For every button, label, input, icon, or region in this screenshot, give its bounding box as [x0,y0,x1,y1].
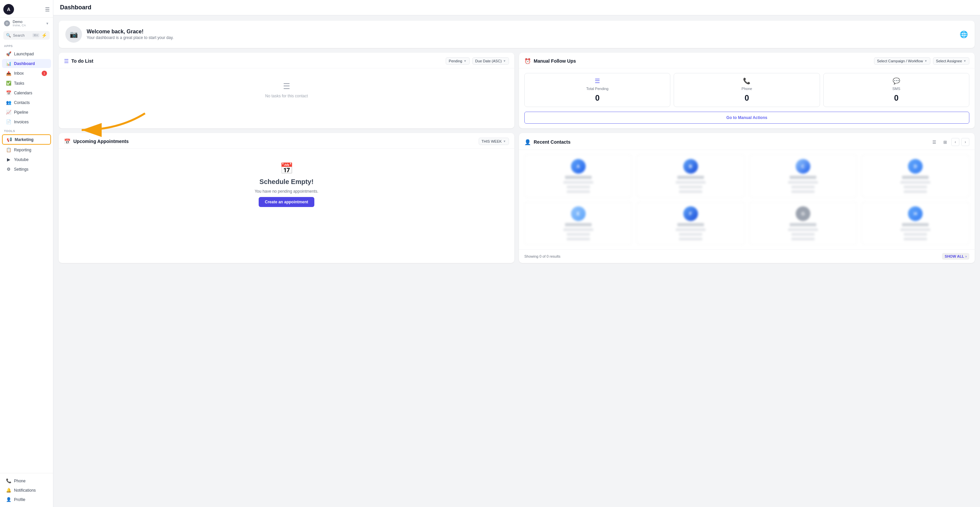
contact-avatar: A [571,159,585,174]
sidebar-item-notifications[interactable]: 🔔 Notifications [2,486,51,495]
sidebar-item-settings[interactable]: ⚙ Settings [2,165,51,174]
welcome-title: Welcome back, Grace! [87,29,173,35]
sidebar-logo: A [3,4,14,15]
sidebar-item-label: Marketing [15,137,33,142]
sidebar-item-label: Reporting [14,148,31,153]
sidebar-item-label: Dashboard [14,61,35,66]
create-appointment-button[interactable]: Create an appointment [259,197,314,207]
sidebar-item-reporting[interactable]: 📋 Reporting [2,145,51,154]
list-view-icon[interactable]: ☰ [930,138,939,146]
contact-avatar: F [683,206,698,221]
campaign-workflow-select[interactable]: Select Campaign / Workflow ▼ [874,57,930,65]
grid-view-icon[interactable]: ⊞ [941,138,949,146]
content-area: 📷 Welcome back, Grace! Your dashboard is… [53,15,980,507]
pipeline-icon: 📈 [6,110,11,114]
chevron-down-icon: ▼ [503,59,506,63]
sidebar-item-calendars[interactable]: 📅 Calendars [2,88,51,97]
followup-action-area: Go to Manual Actions [519,112,975,128]
contact-name [677,176,704,179]
due-date-filter[interactable]: Due Date (ASC) ▼ [473,57,509,65]
contact-detail [900,228,930,231]
sidebar-item-phone[interactable]: 📞 Phone [2,476,51,485]
contact-avatar: C [795,159,810,174]
contact-detail [676,228,706,231]
contact-time [567,190,590,193]
search-bar[interactable]: 🔍 Search ⌘K ⚡ [3,31,50,40]
contact-avatar: E [571,206,585,221]
contact-detail [679,186,702,188]
stat-sms: 💬 SMS 0 [823,73,969,107]
contact-card: B [637,155,745,197]
todo-card: ☰ To do List Pending ▼ Due Date (ASC) ▼ [59,52,514,128]
contact-detail [567,233,590,236]
phone-icon: 📞 [6,478,11,483]
next-page-button[interactable]: › [961,138,969,146]
followups-card-header: ⏰ Manual Follow Ups Select Campaign / Wo… [519,52,975,68]
inbox-icon: 📥 [6,71,11,76]
contact-detail [900,181,930,184]
sidebar-item-marketing[interactable]: 📢 Marketing [2,134,51,145]
main-content: Dashboard 📷 Welcome back, Grace! Your da… [53,0,980,507]
search-shortcut: ⌘K [32,33,39,37]
sidebar-item-tasks[interactable]: ✅ Tasks [2,79,51,87]
this-week-filter[interactable]: THIS WEEK ▼ [479,138,509,145]
appointments-card: 📅 Upcoming Appointments THIS WEEK ▼ 📅 Sc… [59,133,514,263]
arrow-right-icon: › [965,254,967,258]
sidebar-item-youtube[interactable]: ▶ Youtube [2,155,51,164]
assignee-select[interactable]: Select Assignee ▼ [933,57,969,65]
show-all-button[interactable]: SHOW ALL › [942,253,969,260]
sidebar-item-pipeline[interactable]: 📈 Pipeline [2,108,51,117]
contact-avatar: B [683,159,698,174]
contact-time [567,238,590,240]
contact-avatar: H [908,206,923,221]
sidebar-item-label: Launchpad [14,52,33,56]
sidebar-item-inbox[interactable]: 📥 Inbox 1 [2,69,51,78]
chevron-down-icon: ▼ [503,140,506,143]
contact-name [677,223,704,226]
sms-stat-icon: 💬 [828,77,965,85]
contact-time [679,238,702,240]
profile-icon: 👤 [6,497,11,502]
inbox-badge: 1 [42,71,47,76]
prev-page-button[interactable]: ‹ [951,138,959,146]
account-switcher[interactable]: D Demo Irvine, CA ▼ [0,17,53,29]
contact-time [904,238,927,240]
menu-icon[interactable]: ☰ [45,6,50,13]
sidebar-item-label: Pipeline [14,110,28,114]
contact-time [791,190,815,193]
contact-detail [904,186,927,188]
showing-results: Showing 0 of 0 results [524,254,560,258]
contact-name [790,223,816,226]
contacts-card-header: 👤 Recent Contacts ☰ ⊞ ‹ › [519,133,975,150]
sidebar-item-profile[interactable]: 👤 Profile [2,495,51,504]
contact-detail [679,233,702,236]
welcome-avatar: 📷 [65,26,82,43]
todo-icon: ☰ [64,58,68,64]
invoices-icon: 📄 [6,119,11,124]
contact-detail [563,228,593,231]
sidebar-item-invoices[interactable]: 📄 Invoices Payments [2,117,51,126]
contact-time [679,190,702,193]
bolt-icon: ⚡ [41,33,47,38]
contact-time [904,190,927,193]
sidebar-item-launchpad[interactable]: 🚀 Launchpad [2,49,51,58]
sidebar-item-label: Contacts [14,100,30,105]
goto-manual-actions-button[interactable]: Go to Manual Actions [524,112,969,124]
pending-filter[interactable]: Pending ▼ [445,57,469,65]
appointments-card-header: 📅 Upcoming Appointments THIS WEEK ▼ [59,133,514,149]
youtube-icon: ▶ [6,157,11,162]
contact-detail [788,228,818,231]
welcome-subtitle: Your dashboard is a great place to start… [87,35,173,40]
calendars-icon: 📅 [6,91,11,95]
contact-detail [788,181,818,184]
contacts-grid: A B C [519,150,975,250]
search-icon: 🔍 [6,33,11,38]
stat-value: 0 [678,93,815,103]
sidebar-item-dashboard[interactable]: 📊 Dashboard [2,59,51,68]
calendar-icon: 📅 [64,138,71,145]
stat-label: SMS [828,87,965,91]
contact-card: F [637,202,745,245]
apps-section-label: Apps [0,42,53,49]
sidebar-item-contacts[interactable]: 👥 Contacts [2,98,51,107]
phone-stat-icon: 📞 [678,77,815,85]
